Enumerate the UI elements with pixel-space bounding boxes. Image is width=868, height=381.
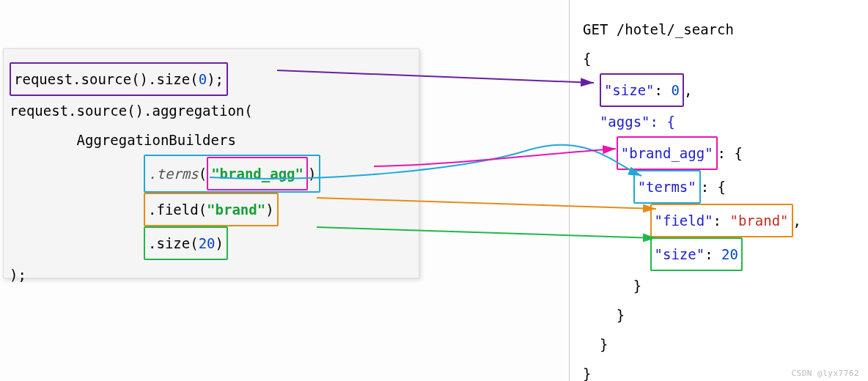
sep: : bbox=[713, 212, 730, 229]
json-terms-box: "terms" bbox=[633, 170, 701, 204]
txt: request.source().size( bbox=[14, 71, 199, 87]
r4: "aggs": { bbox=[583, 107, 855, 136]
r10: } bbox=[583, 300, 855, 330]
code-line-4: .terms("brand_agg") bbox=[10, 155, 413, 193]
num: 0 bbox=[199, 71, 207, 87]
json-size0-box: "size": 0 bbox=[600, 73, 684, 107]
t: "aggs": { bbox=[583, 114, 675, 130]
v: 0 bbox=[671, 82, 679, 98]
size20-box: .size(20) bbox=[144, 226, 228, 260]
post: , bbox=[684, 82, 692, 98]
post: : { bbox=[701, 179, 726, 195]
post: ) bbox=[216, 235, 224, 251]
brand-agg-arg-box: "brand_agg" bbox=[207, 157, 308, 190]
sep: : bbox=[705, 246, 721, 262]
post: : { bbox=[718, 145, 743, 161]
k: "terms" bbox=[638, 179, 696, 195]
java-code-panel: request.source().size(0); request.source… bbox=[3, 48, 419, 278]
r5: "brand_agg": { bbox=[583, 136, 855, 170]
post: ) bbox=[265, 201, 273, 218]
v: "brand" bbox=[729, 212, 788, 229]
code-line-3: AggregationBuilders bbox=[10, 125, 413, 155]
k: "brand_agg" bbox=[621, 145, 713, 161]
method: .terms bbox=[148, 166, 199, 182]
r3: "size": 0, bbox=[583, 73, 855, 107]
sep: : bbox=[655, 82, 672, 98]
r8: "size": 20 bbox=[583, 237, 855, 271]
code-line-2: request.source().aggregation( bbox=[10, 96, 413, 125]
code-line-1: request.source().size(0); bbox=[10, 62, 413, 96]
code-line-5: .field("brand") bbox=[10, 193, 413, 226]
v: 20 bbox=[721, 246, 738, 262]
field-box: .field("brand") bbox=[144, 193, 279, 226]
r2: { bbox=[583, 44, 855, 73]
r1: GET /hotel/_search bbox=[583, 15, 855, 44]
r9: } bbox=[583, 271, 855, 300]
watermark: CSDN @lyx7762 bbox=[791, 369, 859, 378]
json-size20-box: "size": 20 bbox=[650, 237, 743, 271]
code-line-7: ); bbox=[10, 260, 413, 289]
json-panel: GET /hotel/_search { "size": 0, "aggs": … bbox=[569, 0, 868, 381]
num: 20 bbox=[199, 235, 216, 251]
k: "size" bbox=[655, 246, 705, 262]
code-line-6: .size(20) bbox=[10, 226, 413, 260]
method: .field( bbox=[148, 201, 207, 218]
diagram-root: request.source().size(0); request.source… bbox=[0, 0, 868, 381]
str: "brand" bbox=[207, 201, 265, 218]
size-zero-box: request.source().size(0); bbox=[10, 62, 228, 96]
json-brandagg-box: "brand_agg" bbox=[617, 136, 718, 170]
k: "size" bbox=[604, 82, 655, 98]
r6: "terms": { bbox=[583, 170, 855, 204]
k: "field" bbox=[655, 212, 713, 229]
str: "brand_agg" bbox=[211, 166, 304, 182]
post: , bbox=[793, 212, 801, 229]
r7: "field": "brand", bbox=[583, 204, 855, 237]
terms-box: .terms("brand_agg") bbox=[144, 155, 320, 193]
json-field-box: "field": "brand" bbox=[650, 204, 793, 237]
r11: } bbox=[583, 330, 855, 359]
method: .size( bbox=[148, 235, 199, 251]
txt: ); bbox=[207, 71, 224, 87]
